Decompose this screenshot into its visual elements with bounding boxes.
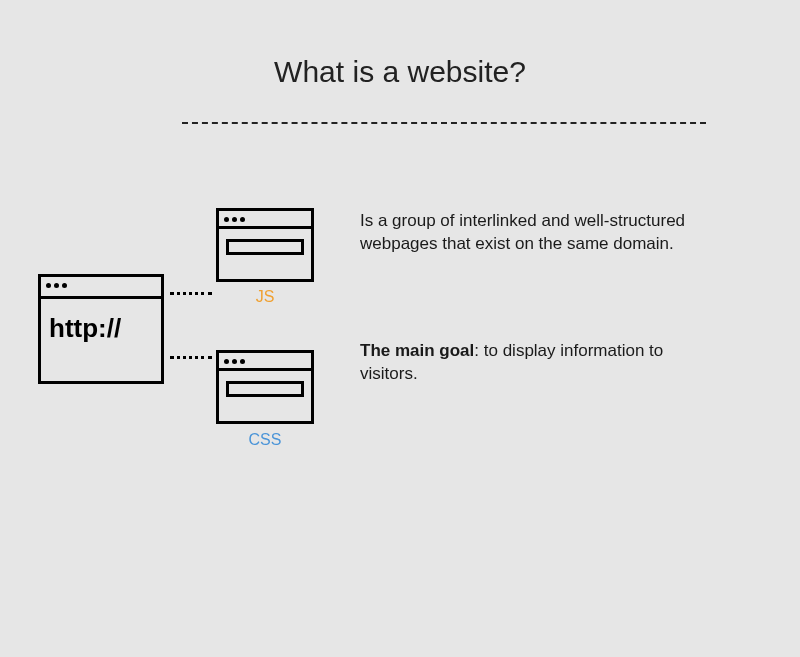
window-body	[219, 229, 311, 265]
page-title: What is a website?	[0, 55, 800, 89]
js-window-icon	[216, 208, 314, 282]
css-label: CSS	[216, 431, 314, 449]
divider-line	[182, 122, 706, 124]
window-controls-icon	[224, 359, 245, 364]
url-bar-icon	[226, 239, 304, 255]
connector-line-js	[170, 292, 212, 295]
browser-window-icon: http://	[38, 274, 164, 384]
protocol-label: http://	[49, 313, 153, 344]
css-window-icon	[216, 350, 314, 424]
window-titlebar	[219, 353, 311, 371]
window-body	[219, 371, 311, 407]
goal-lead: The main goal	[360, 341, 474, 360]
definition-text: Is a group of interlinked and well-struc…	[360, 210, 696, 256]
window-controls-icon	[224, 217, 245, 222]
window-titlebar	[219, 211, 311, 229]
goal-text: The main goal: to display information to…	[360, 340, 696, 386]
window-titlebar	[41, 277, 161, 299]
url-bar-icon	[226, 381, 304, 397]
connector-line-css	[170, 356, 212, 359]
window-body: http://	[41, 299, 161, 358]
js-label: JS	[216, 288, 314, 306]
window-controls-icon	[46, 283, 67, 288]
